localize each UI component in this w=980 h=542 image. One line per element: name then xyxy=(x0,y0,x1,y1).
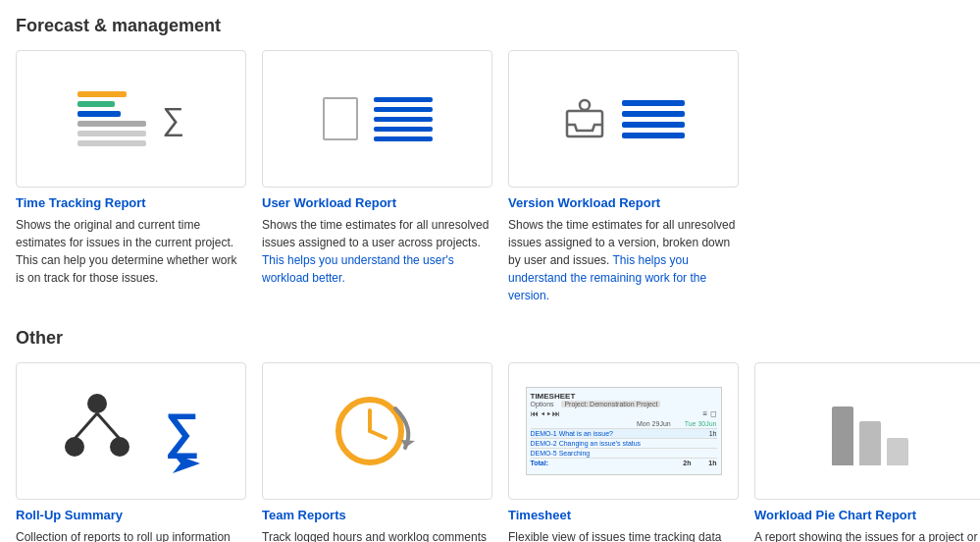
line-gray2 xyxy=(77,131,146,136)
version-workload-icon xyxy=(563,97,685,140)
ts-total-mon: 2h xyxy=(672,460,692,466)
section-other-title: Other xyxy=(16,328,964,349)
user-workload-icon xyxy=(323,97,433,141)
line-gray1 xyxy=(77,121,146,127)
svg-point-7 xyxy=(110,437,129,457)
line-blue xyxy=(77,111,121,117)
card-timesheet-desc: Flexible view of issues time tracking da… xyxy=(508,528,739,542)
timesheet-preview: TIMESHEET Options Project: Demonstration… xyxy=(526,387,722,475)
card-user-workload: User Workload Report Shows the time esti… xyxy=(262,50,492,304)
ts-mon-header: Mon 29Jun xyxy=(637,420,671,427)
version-box-icon xyxy=(563,97,606,140)
inbox-svg xyxy=(563,97,606,140)
ts-nav: ⏮ ◀ ▶ ⏭ ≡ ◻ xyxy=(531,409,717,418)
ts-total-tue: 1h xyxy=(697,460,717,466)
card-rollup-title[interactable]: Roll-Up Summary xyxy=(16,508,246,522)
sigma-icon: ∑ xyxy=(162,101,184,137)
blue-line-5 xyxy=(374,136,433,141)
card-workload-pie-icon[interactable] xyxy=(754,362,980,500)
ts-row-3-name: DEMO-5 Searching xyxy=(531,450,697,457)
line-orange xyxy=(77,91,127,97)
card-team-reports-desc: Track logged hours and worklog comments … xyxy=(262,528,492,542)
forecast-cards-row: ∑ Time Tracking Report Shows the origina… xyxy=(16,50,964,304)
ts-title: TIMESHEET xyxy=(531,392,717,401)
bar-tall xyxy=(832,406,853,465)
bar-med xyxy=(859,421,881,465)
rollup-sigma-symbol: ∑ xyxy=(165,406,200,456)
card-version-workload-title[interactable]: Version Workload Report xyxy=(508,195,739,210)
time-lines xyxy=(77,91,146,146)
card-version-workload-desc: Shows the time estimates for all unresol… xyxy=(508,216,739,304)
card-time-tracking-icon[interactable]: ∑ xyxy=(16,50,246,188)
ts-row-1: DEMO-1 What is an issue? 1h xyxy=(531,428,717,438)
card-timesheet-title[interactable]: Timesheet xyxy=(508,508,739,522)
card-timesheet: TIMESHEET Options Project: Demonstration… xyxy=(508,362,739,542)
ts-row-3: DEMO-5 Searching xyxy=(531,448,717,458)
card-rollup: ∑ Roll-Up Summary Collection of reports … xyxy=(16,362,246,542)
time-tracking-icon: ∑ xyxy=(77,91,184,146)
ts-row-1-name: DEMO-1 What is an issue? xyxy=(531,430,697,437)
card-team-reports-title[interactable]: Team Reports xyxy=(262,508,492,522)
team-reports-icon-container xyxy=(319,387,437,475)
version-blue-lines xyxy=(622,100,685,138)
card-rollup-desc: Collection of reports to roll up informa… xyxy=(16,528,246,542)
card-team-reports: Team Reports Track logged hours and work… xyxy=(262,362,492,542)
section-forecast: Forecast & management ∑ Time Tracking xyxy=(16,16,964,304)
card-version-workload-icon[interactable] xyxy=(508,50,739,188)
version-line-3 xyxy=(622,122,685,128)
blue-line-1 xyxy=(374,97,433,102)
card-time-tracking: ∑ Time Tracking Report Shows the origina… xyxy=(16,50,246,304)
svg-point-6 xyxy=(65,437,84,457)
blue-line-3 xyxy=(374,117,433,122)
blue-line-2 xyxy=(374,107,433,112)
card-rollup-icon[interactable]: ∑ xyxy=(16,362,246,500)
card-time-tracking-title[interactable]: Time Tracking Report xyxy=(16,195,246,210)
rollup-icon-container: ∑ xyxy=(53,387,210,475)
user-workload-blue-text: This helps you understand the user's wor… xyxy=(262,253,454,285)
ts-col-headers: Mon 29Jun Tue 30Jun xyxy=(531,420,717,427)
section-other: Other ∑ xyxy=(16,328,964,542)
card-time-tracking-desc: Shows the original and current time esti… xyxy=(16,216,246,287)
workload-pie-icon xyxy=(832,387,908,475)
user-rect-icon xyxy=(323,97,358,140)
svg-line-4 xyxy=(75,413,97,439)
card-user-workload-icon[interactable] xyxy=(262,50,492,188)
ts-options: Options Project: Demonstration Project xyxy=(531,401,717,407)
version-line-1 xyxy=(622,100,685,106)
other-cards-row: ∑ Roll-Up Summary Collection of reports … xyxy=(16,362,964,542)
svg-point-3 xyxy=(87,394,107,413)
team-reports-svg xyxy=(329,387,427,475)
line-green xyxy=(77,101,115,107)
card-workload-pie-desc: A report showing the issues for a projec… xyxy=(754,528,980,542)
card-user-workload-title[interactable]: User Workload Report xyxy=(262,195,492,210)
svg-point-1 xyxy=(580,100,590,110)
ts-project-tag: Project: Demonstration Project xyxy=(561,401,660,407)
svg-line-5 xyxy=(97,413,120,439)
ts-row-2: DEMO-2 Changing an issue's status xyxy=(531,438,717,448)
rollup-arrow-svg xyxy=(173,454,202,473)
ts-total-label: Total: xyxy=(531,460,672,466)
card-version-workload: Version Workload Report Shows the time e… xyxy=(508,50,739,304)
version-line-4 xyxy=(622,133,685,138)
card-workload-pie: Workload Pie Chart Report A report showi… xyxy=(754,362,980,542)
ts-row-1-val: 1h xyxy=(697,430,717,437)
line-gray3 xyxy=(77,140,146,146)
card-workload-pie-title[interactable]: Workload Pie Chart Report xyxy=(754,508,980,522)
section-forecast-title: Forecast & management xyxy=(16,16,964,36)
card-team-reports-icon[interactable] xyxy=(262,362,492,500)
rollup-tree-svg xyxy=(53,392,141,470)
blue-line-4 xyxy=(374,127,433,132)
version-line-2 xyxy=(622,111,685,117)
card-timesheet-icon[interactable]: TIMESHEET Options Project: Demonstration… xyxy=(508,362,739,500)
bar-short xyxy=(887,438,908,465)
svg-line-10 xyxy=(370,431,386,438)
ts-tue-header: Tue 30Jun xyxy=(685,420,717,427)
version-workload-blue-text: This helps you understand the remaining … xyxy=(508,253,706,302)
ts-row-2-name: DEMO-2 Changing an issue's status xyxy=(531,440,697,447)
svg-marker-11 xyxy=(401,440,415,448)
card-user-workload-desc: Shows the time estimates for all unresol… xyxy=(262,216,492,287)
blue-lines xyxy=(374,97,433,141)
ts-total-row: Total: 2h 1h xyxy=(531,458,717,467)
